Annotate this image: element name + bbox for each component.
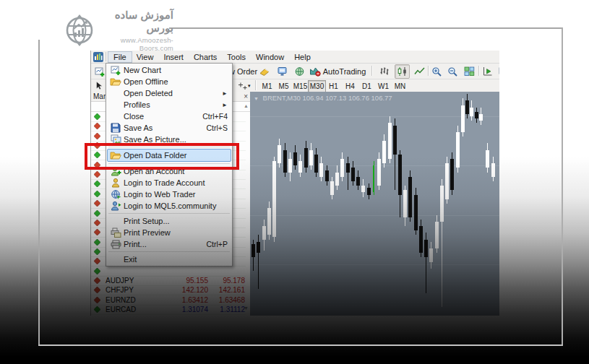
file-menu-item-exit[interactable]: Exit <box>106 254 232 265</box>
menu-tools[interactable]: Tools <box>222 52 251 62</box>
autotrading-button-label: AutoTrading <box>323 67 366 76</box>
file-menu-item-save-as[interactable]: Save AsCtrl+S <box>106 122 232 134</box>
menu-file[interactable]: File <box>108 52 132 62</box>
menu-separator <box>108 251 230 252</box>
menu-item-label: New Chart <box>124 66 228 74</box>
site-logo: آموزش ساده بورس www.Amoozesh-Boors.com <box>62 9 173 52</box>
menu-item-label: Login to MQL5.community <box>124 202 228 210</box>
crosshair-button[interactable]: ▾ <box>236 79 253 92</box>
market-watch-row[interactable]: EURNZD1.634121.63468 <box>91 295 246 306</box>
file-menu-item-open-deleted[interactable]: Open Deleted► <box>106 87 232 99</box>
market-watch-row[interactable]: AUDJPY95.15595.178 <box>91 276 246 286</box>
candle-body <box>346 163 350 172</box>
file-menu-item-profiles[interactable]: Profiles► <box>106 99 232 110</box>
candle-wick <box>348 157 348 191</box>
news-button[interactable] <box>257 64 272 79</box>
candle-body <box>445 163 449 199</box>
cursor-icon <box>95 81 103 90</box>
cursor-button[interactable] <box>93 79 106 92</box>
timeframe-m5[interactable]: M5 <box>275 80 293 92</box>
diamond-up-icon <box>94 191 100 197</box>
menu-window[interactable]: Window <box>251 52 289 62</box>
market-watch-row[interactable]: CHFJPY142.120142.161 <box>91 285 246 295</box>
candle-body <box>267 208 271 235</box>
timeframe-m1[interactable]: M1 <box>258 80 276 92</box>
file-menu-item-open-offline[interactable]: Open Offline <box>106 76 232 87</box>
timeframe-m15[interactable]: M15 <box>291 80 309 92</box>
news-icon <box>259 66 270 77</box>
tile-windows-icon <box>464 66 475 77</box>
diamond-down-icon <box>94 133 100 139</box>
new-chart-dropdown-button[interactable]: ▾ <box>496 64 499 79</box>
file-menu-item-login-to-mql5-community[interactable]: Login to MQL5.community <box>106 200 232 212</box>
file-menu-item-print-preview[interactable]: Print Preview <box>106 227 232 238</box>
candle-body <box>377 159 381 186</box>
diamond-down-icon <box>94 297 100 303</box>
diamond-down-icon <box>94 277 100 284</box>
market-watch-row[interactable]: EURCAD1.310741.31112 <box>91 305 246 315</box>
menu-item-label: Open Deleted <box>124 89 216 98</box>
candle-body <box>479 114 483 121</box>
candle-body <box>465 100 469 114</box>
candle-body <box>475 112 478 118</box>
candle-body <box>491 163 495 177</box>
diamond-up-icon <box>94 268 100 274</box>
strategy-tester-button[interactable] <box>480 64 495 79</box>
file-menu-item-print[interactable]: Print...Ctrl+P <box>106 238 232 250</box>
chart-collapse-icon[interactable]: ▼ <box>254 96 259 101</box>
menu-charts[interactable]: Charts <box>189 52 222 62</box>
bid-value: 142.120 <box>163 285 208 295</box>
chevron-down-icon: ▾ <box>248 83 251 89</box>
market-watch-row[interactable] <box>91 314 246 316</box>
zoom-out-icon <box>447 66 458 77</box>
autotrading-button[interactable]: AutoTrading <box>308 64 367 79</box>
file-menu-item-close[interactable]: CloseCtrl+F4 <box>106 110 232 122</box>
bid-value: 1.31074 <box>163 305 208 314</box>
diamond-down-icon <box>94 220 100 226</box>
candle-body <box>403 190 407 217</box>
candle-body <box>335 173 339 186</box>
candle-body <box>298 161 302 173</box>
zoom-in-button[interactable] <box>429 64 444 79</box>
menu-separator <box>108 213 230 214</box>
timeframe-h4[interactable]: H4 <box>341 80 359 92</box>
menu-item-label: Login to Trade Account <box>124 178 228 187</box>
tile-windows-button[interactable] <box>462 64 477 79</box>
menu-bar: FileViewInsertChartsToolsWindowHelp <box>91 51 499 64</box>
market-watch-row[interactable] <box>91 266 246 277</box>
mql5-web-button[interactable] <box>292 64 307 79</box>
timeframe-w1[interactable]: W1 <box>374 80 392 92</box>
chart-ohlc-quotes: 106.94 107.13 106.76 106.77 <box>302 94 392 102</box>
chart-canvas[interactable]: ▼ BRENT,M30 106.94 107.13 106.76 106.77 <box>250 92 499 316</box>
timeframe-m30[interactable]: M30 <box>308 80 326 92</box>
file-menu-item-login-to-web-trader[interactable]: Login to Web Trader <box>106 188 232 200</box>
scroll-up-icon[interactable]: ▲ <box>244 103 249 108</box>
menu-insert[interactable]: Insert <box>158 52 189 62</box>
timeframe-d1[interactable]: D1 <box>358 80 376 92</box>
bars-icon <box>379 66 390 77</box>
diamond-down-icon <box>94 200 100 207</box>
frame-line-top <box>169 27 563 29</box>
timeframe-h1[interactable]: H1 <box>324 80 343 92</box>
file-menu-item-print-setup[interactable]: Print Setup... <box>106 215 232 227</box>
file-menu-item-login-to-trade-account[interactable]: Login to Trade Account <box>106 177 232 188</box>
bar-chart-button[interactable] <box>377 64 392 79</box>
menu-item-icon-spacer <box>108 111 124 122</box>
submenu-arrow-icon: ► <box>222 102 228 108</box>
zoom-out-button[interactable] <box>445 64 460 79</box>
toolbar-separator <box>478 66 479 76</box>
line-chart-button[interactable] <box>412 64 427 79</box>
menu-item-label: Close <box>124 112 197 121</box>
close-icon[interactable]: × <box>244 92 248 101</box>
app-icon[interactable] <box>93 52 103 62</box>
candlestick-chart-button[interactable] <box>395 64 410 79</box>
candle-body <box>435 222 439 248</box>
candle-body <box>340 159 344 177</box>
menu-item-label: Print... <box>124 240 201 248</box>
chart-gridline <box>250 264 499 265</box>
file-menu-item-new-chart[interactable]: New Chart <box>106 64 232 76</box>
menu-view[interactable]: View <box>132 52 159 62</box>
menu-help[interactable]: Help <box>289 52 316 62</box>
timeframe-mn[interactable]: MN <box>391 80 409 92</box>
metaeditor-button[interactable] <box>275 64 291 79</box>
